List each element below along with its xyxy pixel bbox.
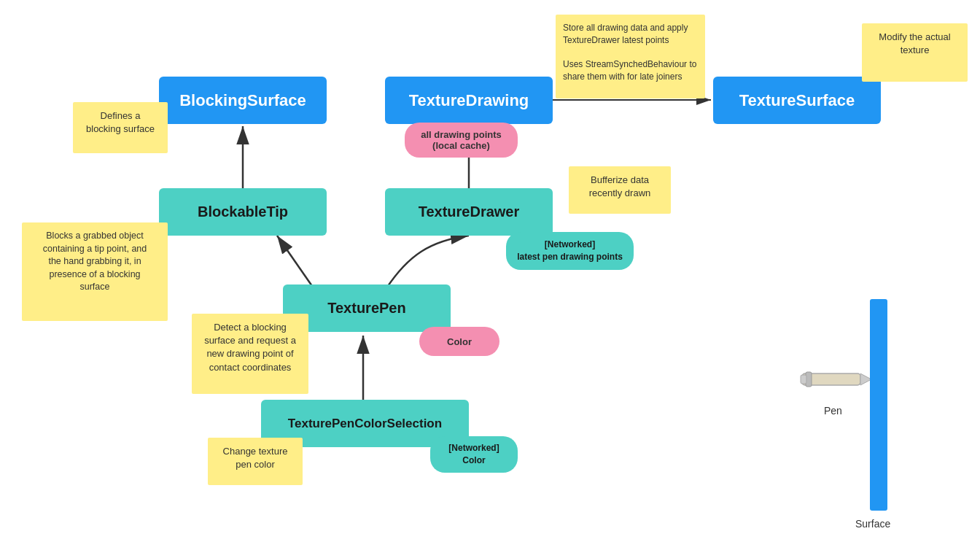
- sticky-detect-blocking: Detect a blockingsurface and request ane…: [192, 314, 308, 394]
- blockable-tip-box[interactable]: BlockableTip: [159, 188, 327, 236]
- blockable-tip-label: BlockableTip: [198, 204, 288, 220]
- texture-drawer-box[interactable]: TextureDrawer: [385, 188, 553, 236]
- pen-illustration: [795, 357, 882, 404]
- texture-drawer-label: TextureDrawer: [419, 204, 520, 220]
- color-box[interactable]: Color: [419, 327, 499, 356]
- sticky-defines-blocking: Defines a blocking surface: [73, 102, 168, 153]
- sticky-modify-texture: Modify the actualtexture: [862, 23, 968, 82]
- svg-rect-10: [801, 375, 806, 384]
- networked-points-box[interactable]: [Networked]latest pen drawing points: [506, 232, 634, 270]
- networked-color-box[interactable]: [Networked]Color: [430, 436, 518, 473]
- texture-pen-label: TexturePen: [327, 300, 405, 317]
- sticky-bufferize: Bufferize datarecently drawn: [569, 166, 671, 214]
- pen-label: Pen: [824, 405, 842, 417]
- diagram-container: BlockingSurface TextureDrawing TextureSu…: [0, 0, 980, 542]
- texture-pen-color-selection-label: TexturePenColorSelection: [288, 417, 442, 431]
- sticky-store-drawing: Store all drawing data and applyTextureD…: [556, 15, 705, 98]
- sticky-change-texture: Change texturepen color: [208, 438, 303, 485]
- texture-surface-label: TextureSurface: [739, 91, 855, 110]
- texture-drawing-box[interactable]: TextureDrawing: [385, 77, 553, 124]
- surface-bar: [870, 299, 887, 511]
- blocking-surface-label: BlockingSurface: [179, 91, 306, 110]
- texture-surface-box[interactable]: TextureSurface: [713, 77, 881, 124]
- sticky-blocks-grabbed: Blocks a grabbed objectcontaining a tip …: [22, 222, 168, 321]
- surface-label: Surface: [855, 518, 890, 530]
- texture-drawing-label: TextureDrawing: [409, 91, 529, 110]
- svg-line-4: [277, 236, 314, 288]
- all-drawing-points-box[interactable]: all drawing points(local cache): [405, 123, 518, 158]
- blocking-surface-box[interactable]: BlockingSurface: [159, 77, 327, 124]
